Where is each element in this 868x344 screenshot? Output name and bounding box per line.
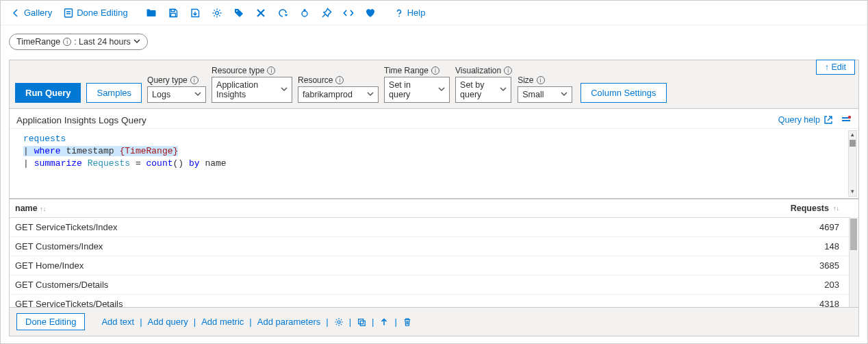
add-query-link[interactable]: Add query bbox=[148, 317, 188, 327]
cell-name: GET ServiceTickets/Details bbox=[10, 295, 701, 308]
add-parameters-link[interactable]: Add parameters bbox=[257, 317, 321, 327]
time-range-dropdown[interactable]: Set in query bbox=[384, 77, 450, 103]
tag-icon bbox=[233, 8, 244, 19]
redo-button[interactable] bbox=[295, 5, 314, 21]
svg-rect-1 bbox=[171, 9, 175, 12]
gallery-label: Gallery bbox=[24, 8, 52, 18]
settings-footer-icon[interactable] bbox=[334, 317, 344, 327]
column-settings-button[interactable]: Column Settings bbox=[580, 83, 666, 103]
run-query-button[interactable]: Run Query bbox=[15, 83, 81, 103]
results-scrollbar[interactable] bbox=[849, 217, 858, 307]
add-text-link[interactable]: Add text bbox=[101, 317, 134, 327]
tag-button[interactable] bbox=[229, 5, 248, 21]
info-icon: i bbox=[504, 66, 512, 75]
redo-icon bbox=[299, 8, 310, 19]
editor-scrollbar[interactable]: ▴▾ bbox=[848, 130, 857, 197]
save-button[interactable] bbox=[164, 5, 183, 21]
svg-point-6 bbox=[398, 15, 400, 16]
gallery-button[interactable]: Gallery bbox=[6, 5, 56, 21]
table-row[interactable]: GET Customers/Details203 bbox=[10, 275, 858, 295]
chevron-down-icon bbox=[561, 90, 567, 99]
resource-dropdown[interactable]: fabrikamprod bbox=[298, 86, 379, 103]
chevron-down-icon bbox=[438, 85, 445, 95]
folder-icon bbox=[146, 8, 157, 19]
save-as-icon bbox=[190, 8, 201, 19]
svg-rect-0 bbox=[65, 9, 73, 17]
done-editing-icon bbox=[63, 8, 74, 19]
query-step-panel: Run Query Samples Query typei Logs Resou… bbox=[9, 60, 859, 199]
workbook-editor: Gallery Done Editing Help TimeRange i bbox=[0, 0, 868, 344]
size-dropdown[interactable]: Small bbox=[518, 86, 572, 103]
cell-name: GET Customers/Index bbox=[10, 237, 701, 256]
info-icon: i bbox=[267, 66, 275, 75]
svg-rect-2 bbox=[170, 13, 175, 16]
save-icon bbox=[168, 8, 179, 19]
table-row[interactable]: GET ServiceTickets/Details4318 bbox=[10, 295, 858, 308]
info-icon: i bbox=[335, 76, 344, 84]
query-editor-text[interactable]: requests | where timestamp {TimeRange} |… bbox=[10, 129, 858, 198]
timerange-param[interactable]: TimeRange i : Last 24 hours bbox=[9, 34, 148, 50]
resource-type-field: Resource typei Application Insights bbox=[212, 66, 292, 103]
save-as-button[interactable] bbox=[186, 5, 205, 21]
time-range-field: Time Rangei Set in query bbox=[384, 66, 450, 103]
query-help-link[interactable]: Query help bbox=[778, 114, 834, 125]
gear-icon bbox=[212, 8, 222, 19]
samples-button[interactable]: Samples bbox=[86, 83, 142, 103]
header-requests[interactable]: Requests ↑↓ bbox=[701, 199, 858, 217]
svg-point-9 bbox=[848, 116, 851, 119]
info-icon: i bbox=[431, 66, 439, 75]
help-button[interactable]: Help bbox=[390, 5, 430, 21]
undo-button[interactable] bbox=[273, 5, 292, 21]
cell-name: GET ServiceTickets/Index bbox=[10, 218, 701, 236]
header-name[interactable]: name ↑↓ bbox=[10, 199, 701, 217]
delete-button[interactable] bbox=[251, 5, 270, 21]
settings-button[interactable] bbox=[207, 5, 227, 21]
size-field: Sizei Small bbox=[518, 75, 572, 103]
intellisense-icon[interactable] bbox=[841, 114, 852, 125]
svg-rect-11 bbox=[359, 319, 363, 323]
query-type-dropdown[interactable]: Logs bbox=[147, 86, 206, 103]
help-icon bbox=[394, 8, 405, 19]
delete-footer-icon[interactable] bbox=[403, 317, 412, 327]
code-button[interactable] bbox=[339, 5, 358, 21]
external-link-icon bbox=[823, 114, 834, 125]
arrow-left-icon bbox=[10, 8, 21, 19]
clone-footer-icon[interactable] bbox=[357, 317, 366, 327]
edit-step-button[interactable]: ↑ Edit bbox=[816, 60, 855, 75]
code-icon bbox=[343, 8, 354, 19]
cell-requests: 4697 bbox=[701, 218, 858, 236]
table-row[interactable]: GET Home/Index3685 bbox=[10, 256, 858, 275]
resource-field: Resourcei fabrikamprod bbox=[298, 75, 379, 103]
favorite-button[interactable] bbox=[361, 5, 380, 21]
chevron-down-icon bbox=[133, 37, 140, 47]
sort-icon: ↑↓ bbox=[833, 205, 839, 212]
resource-type-dropdown[interactable]: Application Insights bbox=[212, 77, 292, 103]
visualization-dropdown[interactable]: Set by query bbox=[455, 77, 511, 103]
done-editing-footer-button[interactable]: Done Editing bbox=[16, 313, 85, 330]
move-up-footer-icon[interactable] bbox=[379, 317, 389, 327]
info-icon: i bbox=[63, 38, 71, 46]
help-label: Help bbox=[407, 8, 426, 18]
svg-rect-8 bbox=[842, 120, 850, 121]
pin-button[interactable] bbox=[317, 5, 336, 21]
query-editor[interactable]: requests | where timestamp {TimeRange} |… bbox=[10, 128, 858, 199]
results-table: name ↑↓ Requests ↑↓ GET ServiceTickets/I… bbox=[9, 199, 859, 308]
cell-requests: 203 bbox=[701, 275, 858, 294]
done-editing-top-button[interactable]: Done Editing bbox=[59, 5, 131, 21]
cell-requests: 4318 bbox=[701, 295, 858, 308]
top-toolbar: Gallery Done Editing Help bbox=[1, 1, 867, 25]
svg-point-10 bbox=[337, 320, 340, 323]
cell-requests: 148 bbox=[701, 237, 858, 256]
x-icon bbox=[255, 8, 266, 19]
results-header: name ↑↓ Requests ↑↓ bbox=[10, 199, 858, 218]
query-title-row: Application Insights Logs Query Query he… bbox=[10, 109, 858, 128]
add-metric-link[interactable]: Add metric bbox=[201, 317, 244, 327]
cell-name: GET Home/Index bbox=[10, 256, 701, 275]
sort-icon: ↑↓ bbox=[40, 206, 46, 212]
open-button[interactable] bbox=[142, 5, 161, 21]
results-body: GET ServiceTickets/Index4697GET Customer… bbox=[10, 218, 858, 308]
cell-name: GET Customers/Details bbox=[10, 275, 701, 294]
table-row[interactable]: GET Customers/Index148 bbox=[10, 237, 858, 256]
chevron-down-icon bbox=[281, 85, 288, 95]
table-row[interactable]: GET ServiceTickets/Index4697 bbox=[10, 218, 858, 237]
